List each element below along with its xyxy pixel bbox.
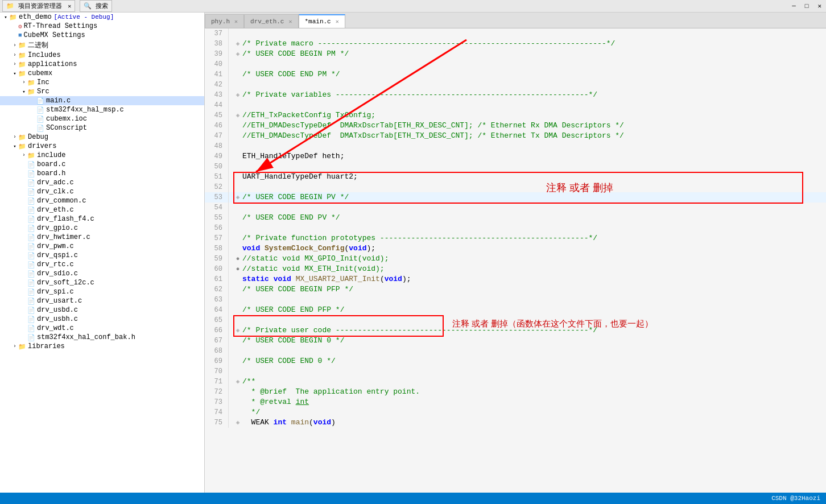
tree-item-libraries[interactable]: ›📁libraries (0, 342, 204, 351)
tree-item-drv_qspi[interactable]: 📄drv_qspi.c (0, 251, 204, 260)
tree-item-drv_eth[interactable]: 📄drv_eth.c (0, 205, 204, 214)
tree-item-drv_usbh[interactable]: 📄drv_usbh.c (0, 315, 204, 324)
tree-item-drv_pwm[interactable]: 📄drv_pwm.c (0, 242, 204, 251)
tree-icon-drv_hwtimer: 📄 (27, 234, 35, 241)
tree-label-debug: Debug (28, 133, 48, 141)
close-icon[interactable]: ✕ (68, 3, 71, 10)
tree-label-main_c_file: main.c (46, 97, 71, 105)
tree-icon-cubemx: 📁 (18, 70, 26, 77)
tree-label-drv_clk: drv_clk.c (37, 188, 74, 196)
code-line: 64/* USER CODE END PFP */ (205, 305, 826, 315)
code-line: 37 (205, 28, 826, 39)
tree-icon-drv_rtc: 📄 (27, 261, 35, 268)
tree-item-drv_hwtimer[interactable]: 📄drv_hwtimer.c (0, 233, 204, 242)
tree-label-inc: Inc (37, 79, 49, 86)
tree-icon-applications: 📁 (18, 61, 26, 68)
tree-label-drv_adc: drv_adc.c (37, 179, 74, 187)
tree-item-drv_adc[interactable]: 📄drv_adc.c (0, 178, 204, 187)
tree-item-rt_thread[interactable]: ⚙RT-Thread Settings (0, 22, 204, 31)
tree-icon-include2: 📁 (27, 152, 35, 159)
tree-item-debug[interactable]: ›📁Debug (0, 133, 204, 142)
editor-container[interactable]: 3738◈/* Private macro ------------------… (205, 28, 826, 493)
tree-label-cubemx_ioc: cubemx.ioc (46, 115, 87, 123)
minimize-btn[interactable]: ─ (790, 3, 798, 10)
tree-item-drv_gpio[interactable]: 📄drv_gpio.c (0, 224, 204, 233)
tree-icon-drv_eth: 📄 (27, 206, 35, 214)
code-line: 54 (205, 203, 826, 213)
tree-label-drv_wdt: drv_wdt.c (37, 324, 74, 332)
tree-item-drv_spi[interactable]: 📄drv_spi.c (0, 287, 204, 296)
tree-arrow-cubemx: ▾ (11, 71, 18, 77)
code-line: 56 (205, 223, 826, 233)
code-line: 50 (205, 162, 826, 172)
code-line: 67/* USER CODE BEGIN 0 */ (205, 336, 826, 346)
tree-item-eth_demo[interactable]: ▾📁eth_demo[Active - Debug] (0, 13, 204, 22)
project-explorer-tab[interactable]: 📁 项目资源管理器 ✕ (2, 0, 75, 12)
tree-icon-rt_thread: ⚙ (18, 23, 22, 30)
code-line: 44 (205, 100, 826, 110)
tree-arrow-eth_demo: ▾ (2, 14, 9, 20)
tree-item-main_c_file[interactable]: 📄main.c (0, 96, 204, 105)
tree-item-cubemx_ioc[interactable]: 📄cubemx.ioc (0, 114, 204, 123)
tab-phy_h[interactable]: phy.h✕ (205, 14, 244, 28)
code-line: 38◈/* Private macro --------------------… (205, 39, 826, 49)
tree-arrow-includes: › (11, 52, 18, 58)
tree-item-binary[interactable]: ›📁二进制 (0, 40, 204, 51)
tree-icon-drv_pwm: 📄 (27, 243, 35, 250)
tree-label-includes: Includes (28, 51, 61, 59)
maximize-btn[interactable]: □ (803, 3, 811, 10)
tree-item-board_c[interactable]: 📄board.c (0, 160, 204, 169)
tree-item-cubemx[interactable]: ▾📁cubemx (0, 69, 204, 78)
tree-icon-drivers: 📁 (18, 143, 26, 150)
tree-item-src[interactable]: ▾📁Src (0, 87, 204, 96)
tree-icon-drv_adc: 📄 (27, 179, 35, 187)
code-line: 70 (205, 366, 826, 377)
tree-label-drv_common: drv_common.c (37, 197, 86, 205)
tree-item-drv_usbd[interactable]: 📄drv_usbd.c (0, 305, 204, 315)
tree-item-drv_wdt[interactable]: 📄drv_wdt.c (0, 324, 204, 333)
tab-close-btn[interactable]: ✕ (336, 18, 339, 25)
tree-item-drv_flash[interactable]: 📄drv_flash_f4.c (0, 214, 204, 224)
tree-item-drv_common[interactable]: 📄drv_common.c (0, 196, 204, 205)
code-line: 58void SystemClock_Config(void); (205, 243, 826, 254)
tab-main_c[interactable]: *main.c✕ (299, 14, 345, 28)
tree-item-cubemx_settings[interactable]: ■CubeMX Settings (0, 31, 204, 40)
tree-item-applications[interactable]: ›📁applications (0, 60, 204, 69)
tree-item-include2[interactable]: ›📁include (0, 151, 204, 160)
tree-icon-debug: 📁 (18, 134, 26, 141)
code-line: 40 (205, 59, 826, 69)
code-line: 43◈/* Private variables ----------------… (205, 90, 826, 100)
tree-icon-drv_usbd: 📄 (27, 307, 35, 314)
tree-item-includes[interactable]: ›📁Includes (0, 51, 204, 60)
tree-label-stm32_hal: stm32f4xx_hal_msp.c (46, 106, 124, 114)
tree-icon-eth_demo: 📁 (9, 14, 17, 21)
tree-arrow-libraries: › (11, 344, 18, 349)
code-line: 74 */ (205, 407, 826, 418)
tree-item-board_h[interactable]: 📄board.h (0, 169, 204, 178)
code-line: 41/* USER CODE END PM */ (205, 69, 826, 80)
tree-item-drv_sdio[interactable]: 📄drv_sdio.c (0, 269, 204, 278)
tree-item-sconscript1[interactable]: 📄SConscript (0, 123, 204, 133)
tree-icon-drv_usbh: 📄 (27, 316, 35, 323)
project-explorer-panel: ▾📁eth_demo[Active - Debug] ⚙RT-Thread Se… (0, 13, 205, 493)
tab-drv_eth_c[interactable]: drv_eth.c✕ (244, 14, 298, 28)
tree-item-drv_clk[interactable]: 📄drv_clk.c (0, 187, 204, 196)
tree-icon-includes: 📁 (18, 52, 26, 59)
close-window-btn[interactable]: ✕ (815, 2, 824, 10)
tree-item-drv_rtc[interactable]: 📄drv_rtc.c (0, 260, 204, 269)
tree-item-drivers[interactable]: ▾📁drivers (0, 142, 204, 151)
tree-item-stm32_conf_bak[interactable]: 📄stm32f4xx_hal_conf_bak.h (0, 333, 204, 342)
tree-item-drv_usart[interactable]: 📄drv_usart.c (0, 296, 204, 305)
tree-icon-inc: 📁 (27, 79, 35, 86)
tree-icon-src: 📁 (27, 88, 35, 96)
tab-close-btn[interactable]: ✕ (234, 18, 238, 25)
code-line: 52 (205, 182, 826, 192)
code-line: 68 (205, 346, 826, 356)
tree-item-stm32_hal[interactable]: 📄stm32f4xx_hal_msp.c (0, 105, 204, 114)
tree-item-drv_soft_i2c[interactable]: 📄drv_soft_i2c.c (0, 278, 204, 287)
tree-item-inc[interactable]: ›📁Inc (0, 78, 204, 87)
code-line: 61static void MX_USART2_UART_Init(void); (205, 274, 826, 284)
tab-close-btn[interactable]: ✕ (288, 18, 292, 25)
tree-icon-binary: 📁 (18, 42, 26, 49)
search-tab[interactable]: 🔍 搜索 (80, 0, 112, 12)
